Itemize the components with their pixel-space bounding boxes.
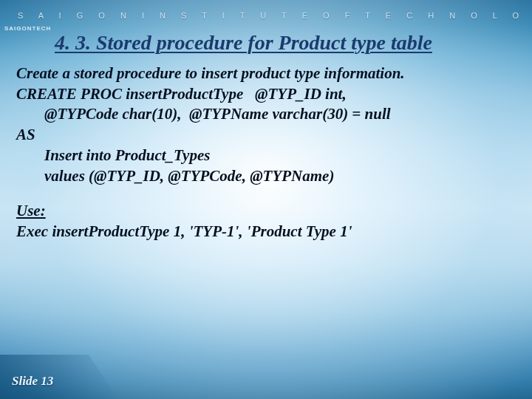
slide-title: 4. 3. Stored procedure for Product type … (55, 31, 517, 55)
body-line: @TYPCode char(10), @TYPName varchar(30) … (16, 104, 510, 125)
body-line: Create a stored procedure to insert prod… (16, 64, 510, 84)
header-bar: S A I G O N I N S T I T U T E O F T E C … (0, 0, 532, 31)
body-line: Insert into Product_Types (16, 146, 510, 166)
body-line: Use: (16, 201, 510, 222)
slide: S A I G O N I N S T I T U T E O F T E C … (0, 0, 532, 399)
body-line: CREATE PROC insertProductType @TYP_ID in… (16, 84, 510, 105)
body-line: Exec insertProductType 1, 'TYP-1', 'Prod… (16, 222, 510, 242)
slide-number: Slide 13 (12, 374, 53, 389)
slide-body: Create a stored procedure to insert prod… (16, 64, 510, 242)
body-line: AS (16, 125, 510, 146)
spacer (16, 186, 510, 201)
logo-text: SAIGONTECH (4, 25, 51, 32)
body-line: values (@TYP_ID, @TYPCode, @TYPName) (16, 166, 510, 187)
institution-name: S A I G O N I N S T I T U T E O F T E C … (18, 11, 532, 20)
